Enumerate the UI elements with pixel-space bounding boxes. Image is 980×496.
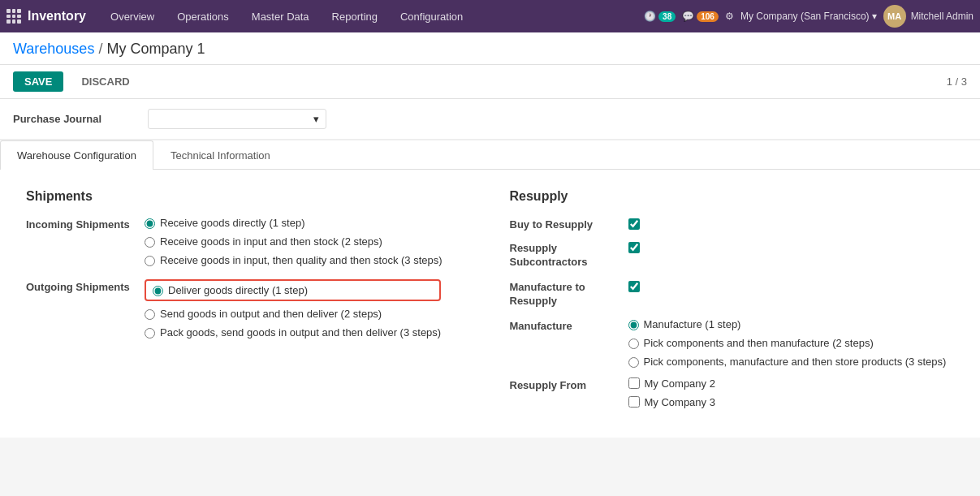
breadcrumb-current: My Company 1 bbox=[106, 41, 205, 57]
incoming-radio-3[interactable] bbox=[145, 256, 155, 266]
incoming-option-3-label: Receive goods in input, then quality and… bbox=[160, 254, 443, 266]
incoming-option-2[interactable]: Receive goods in input and then stock (2… bbox=[145, 235, 443, 248]
app-name: Inventory bbox=[28, 9, 86, 24]
purchase-journal-chevron: ▾ bbox=[313, 113, 319, 125]
breadcrumb-bar: Warehouses / My Company 1 bbox=[0, 32, 980, 65]
breadcrumb-separator: / bbox=[98, 41, 106, 57]
outgoing-shipments-row: Outgoing Shipments Deliver goods directl… bbox=[26, 279, 471, 339]
manufacture-option-2-label: Pick components and then manufacture (2 … bbox=[644, 337, 874, 349]
main-content: Purchase Journal ▾ Warehouse Configurati… bbox=[0, 99, 980, 438]
manufacture-row: Manufacture Manufacture (1 step) Pick co… bbox=[510, 318, 955, 368]
chat-badge[interactable]: 💬 106 bbox=[682, 11, 719, 22]
resupply-from-row: Resupply From My Company 2 My Company 3 bbox=[510, 377, 955, 408]
user-menu[interactable]: MA Mitchell Admin bbox=[883, 5, 974, 28]
company2-label: My Company 2 bbox=[645, 377, 715, 390]
menu-configuration[interactable]: Configuration bbox=[389, 0, 474, 32]
outgoing-radio-2[interactable] bbox=[145, 309, 155, 320]
resupply-title: Resupply bbox=[510, 189, 955, 204]
incoming-option-3[interactable]: Receive goods in input, then quality and… bbox=[145, 254, 443, 266]
buy-resupply-label: Buy to Resupply bbox=[510, 217, 615, 231]
outgoing-shipments-options: Deliver goods directly (1 step) Send goo… bbox=[145, 279, 441, 339]
menu-overview[interactable]: Overview bbox=[99, 0, 166, 32]
outgoing-radio-1[interactable] bbox=[153, 286, 163, 296]
resupply-subcontractors-row: Resupply Subcontractors bbox=[510, 240, 955, 270]
company2-checkbox[interactable] bbox=[628, 377, 640, 389]
manufacture-option-1[interactable]: Manufacture (1 step) bbox=[628, 318, 947, 330]
manufacture-resupply-label: Manufacture to Resupply bbox=[510, 279, 615, 308]
incoming-radio-1[interactable] bbox=[145, 218, 155, 229]
resupply-subcontractors-checkbox[interactable] bbox=[628, 242, 640, 253]
purchase-journal-label: Purchase Journal bbox=[13, 113, 135, 125]
topnav-right: 🕐 38 💬 106 ⚙ My Company (San Francisco) … bbox=[644, 5, 974, 28]
tab-warehouse-configuration[interactable]: Warehouse Configuration bbox=[0, 140, 153, 170]
tab-technical-information[interactable]: Technical Information bbox=[153, 140, 287, 170]
menu-master-data[interactable]: Master Data bbox=[240, 0, 321, 32]
company-name: My Company (San Francisco) bbox=[740, 11, 870, 22]
manufacture-option-2[interactable]: Pick components and then manufacture (2 … bbox=[628, 337, 947, 349]
menu-operations[interactable]: Operations bbox=[166, 0, 240, 32]
outgoing-option-1-label: Deliver goods directly (1 step) bbox=[168, 284, 308, 296]
top-navigation: Inventory Overview Operations Master Dat… bbox=[0, 0, 980, 32]
manufacture-option-1-label: Manufacture (1 step) bbox=[644, 318, 741, 330]
outgoing-option-3[interactable]: Pack goods, send goods in output and the… bbox=[145, 326, 441, 339]
shipments-column: Shipments Incoming Shipments Receive goo… bbox=[26, 189, 471, 418]
clock-icon: 🕐 bbox=[644, 11, 656, 22]
company-selector[interactable]: My Company (San Francisco) ▾ bbox=[740, 11, 877, 22]
save-button[interactable]: SAVE bbox=[13, 71, 63, 92]
action-bar: SAVE DISCARD 1 / 3 bbox=[0, 65, 980, 99]
resupply-from-options: My Company 2 My Company 3 bbox=[628, 377, 715, 408]
manufacture-resupply-checkbox[interactable] bbox=[628, 281, 640, 292]
avatar: MA bbox=[883, 5, 906, 28]
settings-badge[interactable]: ⚙ bbox=[725, 11, 734, 22]
breadcrumb-parent[interactable]: Warehouses bbox=[13, 41, 94, 57]
company3-checkbox[interactable] bbox=[628, 396, 640, 408]
chat-count: 106 bbox=[697, 11, 719, 22]
clock-count: 38 bbox=[658, 11, 676, 22]
grid-icon bbox=[6, 9, 21, 24]
manufacture-label: Manufacture bbox=[510, 318, 615, 332]
resupply-from-company3[interactable]: My Company 3 bbox=[628, 396, 715, 408]
menu-reporting[interactable]: Reporting bbox=[321, 0, 389, 32]
resupply-subcontractors-label: Resupply Subcontractors bbox=[510, 240, 615, 270]
shipments-title: Shipments bbox=[26, 189, 471, 204]
outgoing-radio-3[interactable] bbox=[145, 328, 155, 339]
pagination: 1 / 3 bbox=[947, 75, 967, 88]
company3-label: My Company 3 bbox=[645, 396, 715, 408]
purchase-journal-dropdown[interactable]: ▾ bbox=[148, 109, 326, 129]
gear-icon: ⚙ bbox=[725, 11, 734, 22]
resupply-column: Resupply Buy to Resupply Resupply Subcon… bbox=[510, 189, 955, 418]
manufacture-radio-1[interactable] bbox=[628, 320, 639, 330]
outgoing-option-2[interactable]: Send goods in output and then deliver (2… bbox=[145, 308, 441, 320]
chevron-down-icon: ▾ bbox=[872, 11, 877, 22]
main-menu: Overview Operations Master Data Reportin… bbox=[99, 0, 644, 32]
purchase-journal-row: Purchase Journal ▾ bbox=[0, 99, 980, 140]
tab-bar: Warehouse Configuration Technical Inform… bbox=[0, 140, 980, 170]
incoming-shipments-label: Incoming Shipments bbox=[26, 217, 132, 231]
app-logo[interactable]: Inventory bbox=[6, 9, 86, 24]
manufacture-option-3[interactable]: Pick components, manufacture and then st… bbox=[628, 356, 947, 368]
incoming-shipments-row: Incoming Shipments Receive goods directl… bbox=[26, 217, 471, 266]
incoming-option-2-label: Receive goods in input and then stock (2… bbox=[160, 235, 382, 248]
manufacture-option-3-label: Pick components, manufacture and then st… bbox=[644, 356, 947, 368]
user-name: Mitchell Admin bbox=[911, 11, 974, 22]
form-content: Shipments Incoming Shipments Receive goo… bbox=[0, 170, 980, 438]
incoming-option-1[interactable]: Receive goods directly (1 step) bbox=[145, 217, 443, 229]
incoming-option-1-label: Receive goods directly (1 step) bbox=[160, 217, 304, 229]
buy-resupply-row: Buy to Resupply bbox=[510, 217, 955, 231]
incoming-shipments-options: Receive goods directly (1 step) Receive … bbox=[145, 217, 443, 266]
clock-badge[interactable]: 🕐 38 bbox=[644, 11, 676, 22]
outgoing-option-3-label: Pack goods, send goods in output and the… bbox=[160, 326, 441, 339]
resupply-from-label: Resupply From bbox=[510, 377, 615, 391]
buy-resupply-checkbox[interactable] bbox=[628, 218, 640, 230]
outgoing-shipments-label: Outgoing Shipments bbox=[26, 279, 132, 293]
resupply-from-company2[interactable]: My Company 2 bbox=[628, 377, 715, 390]
incoming-radio-2[interactable] bbox=[145, 237, 155, 248]
manufacture-radio-2[interactable] bbox=[628, 339, 639, 349]
discard-button[interactable]: DISCARD bbox=[70, 71, 140, 92]
manufacture-options: Manufacture (1 step) Pick components and… bbox=[628, 318, 947, 368]
outgoing-option-1[interactable]: Deliver goods directly (1 step) bbox=[145, 279, 441, 301]
chat-icon: 💬 bbox=[682, 11, 694, 22]
manufacture-radio-3[interactable] bbox=[628, 357, 639, 368]
two-column-layout: Shipments Incoming Shipments Receive goo… bbox=[26, 189, 954, 418]
outgoing-option-2-label: Send goods in output and then deliver (2… bbox=[160, 308, 382, 320]
